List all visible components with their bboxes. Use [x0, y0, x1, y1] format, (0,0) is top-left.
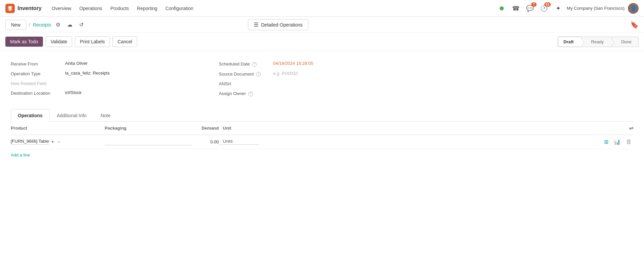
tabs-container: Operations Additional Info Note: [11, 109, 633, 122]
upload-button[interactable]: ☁: [65, 20, 75, 29]
assign-owner-label: Assign Owner ?: [219, 90, 269, 96]
product-external-link[interactable]: →: [56, 139, 61, 144]
form-right-col: Scheduled Date ? 04/18/2024 16:28:05 Sou…: [219, 59, 413, 98]
table-header: Product Packaging Demand Unit ⇌: [11, 122, 633, 135]
add-line-button[interactable]: Add a line: [11, 149, 30, 161]
scheduled-date-label: Scheduled Date ?: [219, 61, 269, 67]
breadcrumb-separator: /: [29, 22, 30, 28]
table-container: Product Packaging Demand Unit ⇌ [FURN_96…: [11, 122, 633, 161]
bookmark-icon[interactable]: 🔖: [630, 21, 639, 29]
top-nav: Inventory Overview Operations Products R…: [0, 0, 644, 17]
col-header-demand: Demand: [192, 126, 219, 131]
source-document-label: Source Document ?: [219, 71, 269, 77]
action-row: Mark as Todo Validate Print Labels Cance…: [0, 33, 644, 51]
row-action-icons: ⊞ 📊 🗑: [603, 138, 633, 146]
scheduled-date-value[interactable]: 04/18/2024 16:28:05: [273, 61, 313, 66]
company-name: My Company (San Francisco): [567, 6, 625, 11]
status-indicator: [496, 3, 507, 14]
delete-row-icon[interactable]: 🗑: [625, 138, 633, 146]
nav-reporting[interactable]: Reporting: [134, 4, 161, 13]
new-button[interactable]: New: [5, 20, 26, 30]
chart-icon[interactable]: 📊: [612, 138, 622, 146]
table-settings-icon[interactable]: ⇌: [629, 125, 633, 131]
product-dropdown-arrow[interactable]: ▼: [51, 140, 54, 144]
assign-owner-help[interactable]: ?: [248, 92, 253, 96]
col-header-packaging: Packaging: [105, 126, 192, 131]
nav-right-area: ☎ 💬 7 🕐 51 ✦ My Company (San Francisco) …: [496, 3, 639, 14]
source-document-help[interactable]: ?: [256, 72, 261, 77]
chat-icon-btn[interactable]: 💬 7: [525, 3, 535, 14]
add-detail-icon[interactable]: ⊞: [603, 138, 610, 146]
nav-configuration[interactable]: Configuration: [162, 4, 197, 13]
tab-additional-info[interactable]: Additional Info: [50, 109, 94, 122]
settings-gear-button[interactable]: ⚙: [54, 20, 62, 29]
user-avatar[interactable]: 👤: [628, 3, 639, 14]
source-document-input[interactable]: e.g. PO0032: [273, 71, 298, 76]
ansh-label: ANSH: [219, 81, 269, 86]
operation-type-label: Operation Type: [11, 71, 61, 76]
col-header-product: Product: [11, 126, 105, 131]
new-related-field-label[interactable]: New Related Field: [11, 80, 61, 86]
scheduled-date-help[interactable]: ?: [252, 62, 257, 67]
status-flow: Draft Ready Done: [558, 37, 639, 47]
status-draft[interactable]: Draft: [558, 37, 581, 47]
destination-location-label: Destination Location: [11, 90, 61, 96]
unit-cell[interactable]: Units: [219, 139, 259, 145]
nav-operations[interactable]: Operations: [76, 4, 105, 13]
operation-type-row: Operation Type la_casa_feliz: Receipts: [11, 69, 205, 78]
chat-badge: 7: [531, 2, 537, 7]
new-related-field-row: New Related Field: [11, 78, 205, 88]
assign-owner-row: Assign Owner ?: [219, 88, 413, 98]
nav-products[interactable]: Products: [107, 4, 132, 13]
receive-from-value[interactable]: Anita Oliver: [65, 61, 88, 66]
toolbar-row: New / Receipts ⚙ ☁ ↺ ☰ Detailed Operatio…: [0, 17, 644, 33]
status-done[interactable]: Done: [611, 37, 639, 47]
source-document-row: Source Document ? e.g. PO0032: [219, 69, 413, 79]
destination-location-value[interactable]: lcf/Stock: [65, 90, 82, 95]
mark-todo-button[interactable]: Mark as Todo: [5, 37, 43, 47]
demand-cell[interactable]: 0.00: [192, 139, 219, 144]
phone-icon-btn[interactable]: ☎: [510, 3, 521, 14]
nav-overview[interactable]: Overview: [48, 4, 75, 13]
col-header-unit: Unit: [219, 126, 259, 131]
scheduled-date-row: Scheduled Date ? 04/18/2024 16:28:05: [219, 59, 413, 69]
settings-icon-btn[interactable]: ✦: [553, 3, 563, 14]
breadcrumb-receipts-link[interactable]: Receipts: [33, 22, 51, 28]
hamburger-icon: ☰: [254, 21, 258, 28]
ansh-row: ANSH: [219, 79, 413, 88]
tabs: Operations Additional Info Note: [11, 109, 633, 121]
destination-location-row: Destination Location lcf/Stock: [11, 88, 205, 98]
product-name[interactable]: [FURN_9666] Table: [11, 139, 49, 145]
detailed-operations-button[interactable]: ☰ Detailed Operations: [248, 19, 308, 30]
operation-type-value[interactable]: la_casa_feliz: Receipts: [65, 71, 110, 76]
activity-icon-btn[interactable]: 🕐 51: [539, 3, 549, 14]
cancel-button[interactable]: Cancel: [112, 36, 137, 47]
product-cell: [FURN_9666] Table ▼ →: [11, 139, 105, 145]
form-left-col: Receive From Anita Oliver Operation Type…: [11, 59, 205, 98]
main-content: Receive From Anita Oliver Operation Type…: [0, 51, 644, 169]
form-grid: Receive From Anita Oliver Operation Type…: [11, 59, 413, 98]
status-ready[interactable]: Ready: [581, 37, 611, 47]
tab-operations[interactable]: Operations: [11, 109, 50, 122]
print-labels-button[interactable]: Print Labels: [75, 36, 110, 47]
tab-note[interactable]: Note: [94, 109, 118, 122]
receive-from-row: Receive From Anita Oliver: [11, 59, 205, 69]
app-name: Inventory: [17, 5, 42, 11]
undo-button[interactable]: ↺: [77, 20, 86, 29]
table-row: [FURN_9666] Table ▼ → 0.00 Units ⊞ 📊 🗑: [11, 135, 633, 149]
app-logo: [5, 4, 15, 13]
validate-button[interactable]: Validate: [46, 36, 72, 47]
detailed-ops-label: Detailed Operations: [261, 22, 303, 28]
packaging-cell[interactable]: [105, 138, 192, 145]
receive-from-label: Receive From: [11, 61, 61, 66]
activity-badge: 51: [544, 2, 551, 7]
